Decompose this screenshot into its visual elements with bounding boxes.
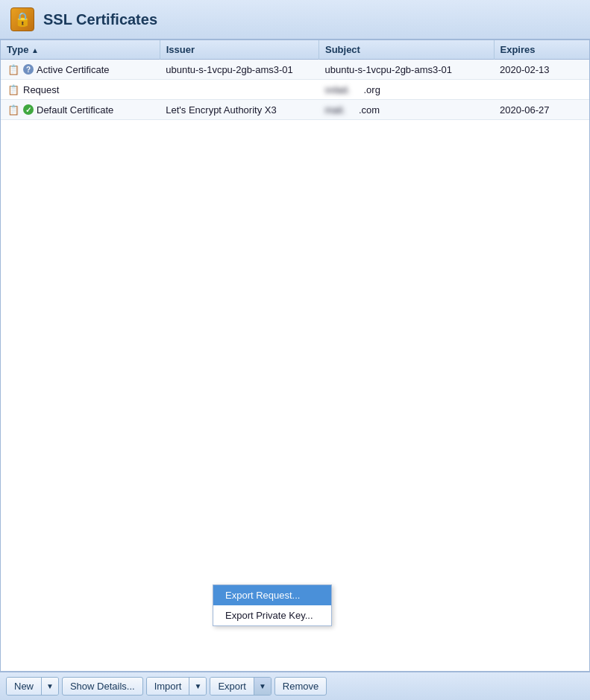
status-question-icon: ? (23, 64, 34, 75)
certificates-table: Type Issuer Subject Expires 📋 ? (1, 40, 589, 120)
certificates-table-container: Type Issuer Subject Expires 📋 ? (0, 40, 590, 672)
table-row[interactable]: 📋 ✓ Default Certificate Let's Encrypt Au… (1, 100, 589, 120)
table-header-row: Type Issuer Subject Expires (1, 40, 589, 60)
cell-issuer: Let's Encrypt Authority X3 (160, 100, 318, 120)
cell-subject: ubuntu-s-1vcpu-2gb-ams3-01 (318, 60, 494, 80)
page-title: SSL Certificates (43, 11, 157, 28)
certificate-icon: 📋 (7, 103, 20, 116)
cell-type: 📋 ✓ Default Certificate (1, 100, 160, 120)
export-dropdown-arrow[interactable]: ▼ (254, 678, 271, 695)
column-header-type[interactable]: Type (1, 40, 160, 60)
cell-type: 📋 ? Active Certificate (1, 60, 160, 80)
import-button[interactable]: Import (147, 678, 190, 695)
certificate-icon: 📋 (7, 83, 20, 96)
status-check-icon: ✓ (23, 104, 34, 115)
cell-expires: 2020-06-27 (494, 100, 589, 120)
export-button[interactable]: Export (210, 678, 254, 695)
new-dropdown-arrow[interactable]: ▼ (42, 678, 58, 695)
remove-button[interactable]: Remove (274, 677, 327, 696)
column-header-subject[interactable]: Subject (318, 40, 494, 60)
cell-issuer: ubuntu-s-1vcpu-2gb-ams3-01 (160, 60, 318, 80)
column-header-expires[interactable]: Expires (494, 40, 589, 60)
new-button[interactable]: New (7, 678, 42, 695)
cell-issuer (160, 80, 318, 100)
certificate-icon: 📋 (7, 63, 20, 76)
export-request-menu-item[interactable]: Export Request... (213, 585, 331, 605)
cell-subject: mail. .com (318, 100, 494, 120)
export-private-key-menu-item[interactable]: Export Private Key... (213, 605, 331, 625)
bottom-toolbar: New ▼ Show Details... Import ▼ Export ▼ … (0, 672, 590, 700)
import-split-button[interactable]: Import ▼ (146, 677, 207, 696)
ssl-certificates-icon: 🔒 (10, 7, 34, 31)
import-dropdown-arrow[interactable]: ▼ (189, 678, 206, 695)
show-details-button[interactable]: Show Details... (62, 677, 143, 696)
cell-type: 📋 Request (1, 80, 160, 100)
table-row[interactable]: 📋 Request vvlad. .org (1, 80, 589, 100)
export-split-button[interactable]: Export ▼ (210, 677, 271, 696)
page-header: 🔒 SSL Certificates (0, 0, 590, 40)
cell-expires (494, 80, 589, 100)
new-split-button[interactable]: New ▼ (6, 677, 59, 696)
cell-expires: 2020-02-13 (494, 60, 589, 80)
table-row[interactable]: 📋 ? Active Certificate ubuntu-s-1vcpu-2g… (1, 60, 589, 80)
cell-subject: vvlad. .org (318, 80, 494, 100)
column-header-issuer[interactable]: Issuer (160, 40, 318, 60)
export-dropdown-menu: Export Request... Export Private Key... (213, 584, 332, 626)
